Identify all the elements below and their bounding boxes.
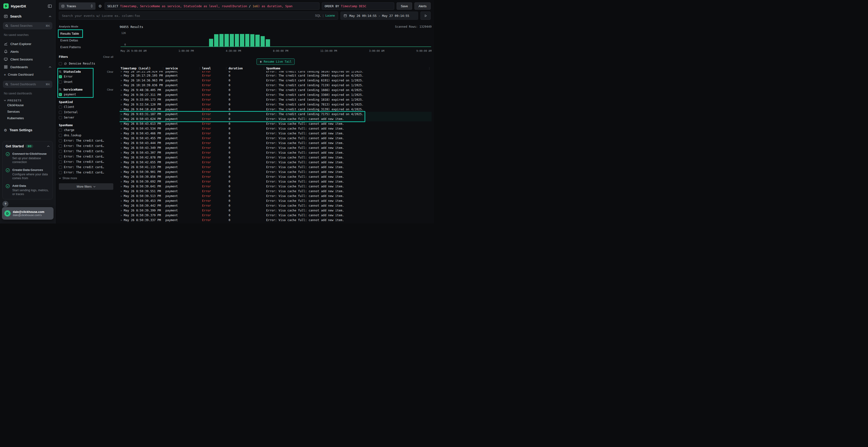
row-expand-chevron[interactable]: > — [121, 190, 122, 193]
date-range-picker[interactable]: May 26 09:14:55 - May 27 09:14:55 — [340, 11, 418, 20]
chevron-up-icon[interactable] — [47, 145, 50, 147]
table-row[interactable]: >May 26 9:33:09.173 PM payment Error 0 E… — [120, 97, 432, 102]
sidebar-item-dashboards[interactable]: Dashboards — [0, 63, 55, 71]
row-expand-chevron[interactable]: > — [121, 89, 122, 92]
row-expand-chevron[interactable]: > — [121, 175, 122, 178]
sidebar-item-search[interactable]: Search — [0, 9, 55, 18]
facet-value-row[interactable]: Client — [59, 104, 113, 110]
checkbox-icon[interactable] — [59, 116, 62, 119]
row-expand-chevron[interactable]: > — [121, 74, 122, 77]
row-expand-chevron[interactable]: > — [121, 214, 122, 217]
presets-toggle[interactable]: PRESETS — [0, 95, 55, 102]
row-expand-chevron[interactable]: > — [121, 156, 122, 159]
checkbox-icon[interactable] — [59, 134, 62, 137]
facet-value-row[interactable]: Unset — [59, 79, 113, 84]
get-started-item[interactable]: Connect to ClickHouse Set up your databa… — [5, 152, 50, 164]
table-row[interactable]: >May 26 9:48:38.405 PM payment Error 0 E… — [120, 88, 432, 93]
facet-clear-button[interactable]: Clear — [107, 70, 113, 73]
table-row[interactable]: >May 26 8:50:39.641 PM payment Error 0 E… — [120, 184, 432, 189]
row-expand-chevron[interactable]: > — [121, 94, 122, 96]
checkbox-icon[interactable] — [59, 155, 62, 158]
table-row[interactable]: >May 26 10:14:36.963 PM payment Error 0 … — [120, 78, 432, 83]
facet-search-icon[interactable] — [59, 88, 62, 91]
row-expand-chevron[interactable]: > — [121, 171, 122, 173]
run-search-button[interactable] — [421, 11, 431, 20]
row-expand-chevron[interactable]: > — [121, 122, 122, 125]
row-expand-chevron[interactable]: > — [121, 219, 122, 221]
checkbox-icon[interactable] — [59, 171, 62, 174]
table-row[interactable]: >May 26 9:03:31.187 PM payment Error 0 E… — [120, 112, 432, 116]
alerts-button[interactable]: Alerts — [414, 2, 431, 10]
row-expand-chevron[interactable]: > — [121, 71, 122, 73]
get-started-item[interactable]: Add Data Start sending logs, metrics, or… — [5, 184, 50, 196]
table-row[interactable]: >May 26 8:50:39.442 PM payment Error 0 E… — [120, 203, 432, 208]
row-expand-chevron[interactable]: > — [121, 195, 122, 198]
get-started-item[interactable]: Create Data Sources Configure where your… — [5, 168, 50, 180]
more-filters-button[interactable]: More filters — [59, 183, 113, 190]
checkbox-icon[interactable] — [59, 166, 62, 169]
table-row[interactable]: >May 26 8:50:42.655 PM payment Error 0 E… — [120, 160, 432, 165]
column-header-level[interactable]: level — [202, 67, 228, 70]
column-header-service[interactable]: service — [165, 67, 202, 70]
table-row[interactable]: >May 26 8:50:39.399 PM payment Error 0 E… — [120, 208, 432, 213]
orderby-editor[interactable]: ORDER BY Timestamp DESC — [322, 2, 394, 10]
help-button[interactable]: ? — [2, 201, 8, 207]
sidebar-collapse-icon[interactable] — [48, 4, 52, 8]
facet-value-row[interactable]: Error: The credit card … — [59, 170, 113, 175]
facet-value-row[interactable]: payment — [59, 92, 113, 97]
row-expand-chevron[interactable]: > — [121, 98, 122, 101]
checkbox-icon[interactable] — [59, 93, 62, 96]
table-row[interactable]: >May 26 8:50:39.856 PM payment Error 0 E… — [120, 174, 432, 179]
checkbox-icon[interactable] — [59, 129, 62, 132]
table-row[interactable]: >May 26 8:50:39.901 PM payment Error 0 E… — [120, 170, 432, 174]
event-search-input[interactable]: Search your events w/ Lucene ex. column:… — [59, 11, 338, 20]
preset-item[interactable]: Services — [0, 108, 55, 115]
facet-value-row[interactable]: Server — [59, 115, 113, 120]
table-row[interactable]: >May 26 8:50:43.349 PM payment Error 0 E… — [120, 145, 432, 150]
row-expand-chevron[interactable]: > — [121, 166, 122, 169]
facet-value-row[interactable]: Error: The credit card … — [59, 143, 113, 148]
table-row[interactable]: >May 26 8:50:39.298 PM payment Error 0 E… — [120, 222, 432, 224]
facet-value-row[interactable]: Error: The credit card … — [59, 148, 113, 154]
clear-all-filters-button[interactable]: Clear all — [103, 56, 113, 58]
table-row[interactable]: >May 26 9:04:18.410 PM payment Error 0 E… — [120, 107, 432, 112]
table-row[interactable]: >May 26 8:50:39.551 PM payment Error 0 E… — [120, 189, 432, 194]
facet-value-row[interactable]: charge — [59, 128, 113, 133]
table-row[interactable]: >May 26 8:50:39.379 PM payment Error 0 E… — [120, 213, 432, 218]
row-expand-chevron[interactable]: > — [121, 199, 122, 202]
checkbox-icon[interactable] — [59, 144, 62, 148]
checkbox-icon[interactable] — [59, 105, 62, 109]
row-expand-chevron[interactable]: > — [121, 108, 122, 111]
user-account-chip[interactable]: D dale@clickhouse.com dale@clickhouse.co… — [2, 207, 54, 220]
analysis-mode-option[interactable]: Event Deltas — [60, 38, 80, 43]
table-row[interactable]: >May 26 8:50:42.878 PM payment Error 0 E… — [120, 155, 432, 160]
row-expand-chevron[interactable]: > — [121, 84, 122, 87]
create-dashboard-button[interactable]: + Create Dashboard — [0, 71, 55, 77]
analysis-mode-option[interactable]: Event Patterns — [60, 45, 83, 49]
row-expand-chevron[interactable]: > — [121, 185, 122, 188]
preset-item[interactable]: ClickHouse — [0, 102, 55, 108]
sidebar-item-team-settings[interactable]: ⚙ Team Settings — [0, 122, 55, 132]
facet-value-row[interactable]: Error: The credit card … — [59, 138, 113, 143]
results-histogram[interactable]: 12K 0 May 26 9:00:00 AM1:00:00 PM4:30:00… — [120, 31, 432, 52]
checkbox-icon[interactable] — [59, 75, 62, 78]
table-row[interactable]: >May 26 10:10:39.836 PM payment Error 0 … — [120, 83, 432, 88]
table-row[interactable]: >May 26 9:32:54.120 PM payment Error 0 E… — [120, 102, 432, 107]
row-expand-chevron[interactable]: > — [121, 103, 122, 106]
facet-value-row[interactable]: Error: The credit card … — [59, 154, 113, 159]
table-row[interactable]: >May 26 9:36:27.311 PM payment Error 0 E… — [120, 93, 432, 97]
checkbox-icon[interactable] — [59, 62, 62, 65]
table-row[interactable]: >May 26 8:50:43.444 PM payment Error 0 E… — [120, 141, 432, 145]
facet-clear-button[interactable]: Clear — [107, 88, 113, 91]
table-row[interactable]: >May 26 8:50:43.613 PM payment Error 0 E… — [120, 122, 432, 126]
column-header-timestamp[interactable]: Timestamp (Local) — [121, 67, 165, 70]
table-row[interactable]: >May 26 8:50:43.624 PM payment Error 0 E… — [120, 116, 432, 122]
column-header-duration[interactable]: duration — [228, 67, 266, 70]
table-row[interactable]: >May 26 8:50:43.534 PM payment Error 0 E… — [120, 126, 432, 131]
facet-value-row[interactable]: Internal — [59, 110, 113, 115]
saved-dashboards-input[interactable]: Saved Dashboards ⌘K — [3, 81, 52, 88]
facet-value-row[interactable]: Error — [59, 74, 113, 79]
row-expand-chevron[interactable]: > — [121, 137, 122, 140]
row-expand-chevron[interactable]: > — [121, 151, 122, 154]
row-expand-chevron[interactable]: > — [121, 132, 122, 135]
